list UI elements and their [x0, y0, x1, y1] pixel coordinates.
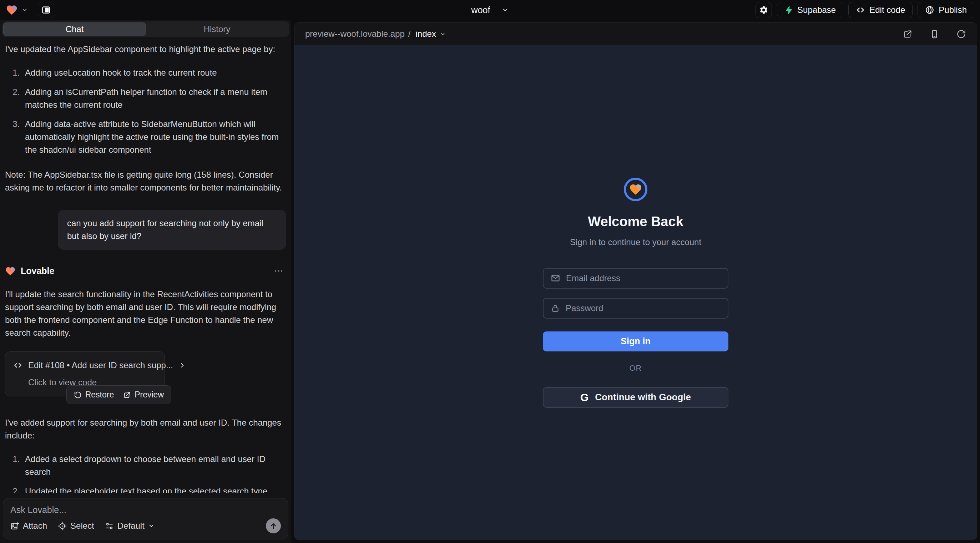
chevron-down-icon [21, 7, 28, 13]
lovable-avatar [5, 266, 16, 276]
attach-image-icon [10, 522, 19, 530]
preview-app-frame: Welcome Back Sign in to continue to your… [294, 45, 977, 540]
preview-label: Preview [135, 390, 164, 400]
send-button[interactable] [266, 518, 281, 533]
preview-url-text: preview--woof.lovable.app [305, 29, 405, 39]
publish-label: Publish [939, 5, 967, 15]
external-link-icon [123, 391, 131, 399]
app-logo [624, 178, 648, 201]
attach-label: Attach [23, 521, 47, 531]
chat-history-tabs: Chat History [2, 21, 289, 37]
chat-message-list: I've updated the AppSidebar component to… [0, 37, 291, 493]
assistant-summary-intro: I've added support for searching by both… [5, 416, 286, 442]
select-button[interactable]: Select [58, 521, 94, 531]
attach-button[interactable]: Attach [10, 521, 47, 531]
step-item: Adding data-active attribute to SidebarM… [22, 118, 286, 156]
supabase-icon [784, 6, 793, 14]
mobile-view-button[interactable] [930, 29, 939, 39]
message-menu-button[interactable]: ⋯ [274, 264, 286, 278]
preview-url-dropdown[interactable]: preview--woof.lovable.app / index [305, 29, 446, 39]
preview-button[interactable]: Preview [123, 390, 164, 400]
tab-chat[interactable]: Chat [3, 22, 146, 36]
password-field-wrap [543, 298, 729, 319]
chat-panel: Chat History I've updated the AppSidebar… [0, 20, 291, 543]
step-item: Adding an isCurrentPath helper function … [22, 86, 286, 111]
globe-icon [925, 5, 934, 14]
publish-button[interactable]: Publish [918, 2, 974, 18]
mail-icon [550, 273, 560, 283]
edit-code-button[interactable]: Edit code [848, 2, 913, 18]
chevron-down-icon [148, 523, 154, 529]
settings-button[interactable] [756, 2, 772, 18]
divider-line [650, 368, 729, 368]
preview-topbar: preview--woof.lovable.app / index [294, 22, 977, 45]
target-icon [58, 522, 67, 530]
gear-icon [759, 5, 768, 14]
code-icon [856, 5, 865, 14]
code-icon [13, 361, 22, 370]
user-message-bubble: can you add support for searching not on… [58, 210, 286, 250]
email-field-wrap [543, 268, 729, 289]
step-item: Updated the placeholder text based on th… [22, 485, 286, 493]
sign-in-form: Welcome Back Sign in to continue to your… [543, 178, 729, 408]
step-item: Added a select dropdown to choose betwee… [22, 453, 286, 478]
refresh-icon [956, 29, 966, 39]
chat-composer: Attach Select Default [3, 498, 288, 540]
lock-icon [550, 303, 560, 313]
project-name: woof [471, 5, 490, 15]
supabase-label: Supabase [797, 5, 836, 15]
sidebar-panel-icon [41, 5, 51, 14]
preview-panel: preview--woof.lovable.app / index [294, 22, 977, 540]
assistant-name: Lovable [21, 264, 54, 278]
tab-history[interactable]: History [146, 22, 288, 36]
chevron-right-icon [179, 362, 186, 369]
lovable-logo-menu[interactable] [6, 4, 28, 16]
chevron-down-icon [440, 31, 446, 37]
external-link-icon [903, 29, 913, 39]
divider-label: OR [630, 364, 642, 373]
sidebar-toggle-button[interactable] [38, 2, 54, 18]
step-item: Adding useLocation hook to track the cur… [22, 67, 286, 79]
mode-dropdown[interactable]: Default [105, 521, 154, 531]
restore-icon [74, 391, 82, 399]
assistant-summary-steps: Added a select dropdown to choose betwee… [5, 453, 286, 493]
restore-label: Restore [85, 390, 114, 400]
assistant-response-intro: I'll update the search functionality in … [5, 288, 286, 339]
preview-page-name: index [415, 29, 436, 39]
assistant-message-steps: Adding useLocation hook to track the cur… [5, 67, 286, 156]
app-topbar: woof Supabase Edit code Publish [0, 0, 980, 20]
select-label: Select [70, 521, 94, 531]
edit-card-title: Edit #108 • Add user ID search supp... [28, 359, 173, 372]
heart-icon [629, 183, 643, 196]
url-separator: / [408, 29, 411, 39]
sign-in-button[interactable]: Sign in [543, 332, 729, 351]
password-field[interactable] [566, 303, 721, 313]
continue-with-google-button[interactable]: G Continue with Google [543, 387, 729, 408]
edit-code-label: Edit code [869, 5, 905, 15]
sliders-icon [105, 522, 114, 530]
mode-label: Default [118, 521, 145, 531]
google-button-label: Continue with Google [595, 392, 691, 403]
or-divider: OR [543, 364, 729, 373]
assistant-message-note: Note: The AppSidebar.tsx file is getting… [5, 168, 286, 194]
restore-button[interactable]: Restore [74, 390, 114, 400]
mobile-phone-icon [930, 29, 939, 39]
lovable-heart-icon [6, 4, 18, 16]
page-title: Welcome Back [588, 214, 683, 229]
google-g-icon: G [580, 391, 589, 403]
page-subtitle: Sign in to continue to your account [570, 237, 701, 247]
supabase-button[interactable]: Supabase [777, 2, 843, 18]
project-chevron-down-icon[interactable] [501, 6, 509, 14]
chat-input[interactable] [10, 505, 281, 517]
assistant-message-intro: I've updated the AppSidebar component to… [5, 43, 286, 56]
open-in-new-tab-button[interactable] [903, 29, 913, 39]
version-actions-pill: Restore Preview [66, 385, 171, 404]
arrow-up-icon [269, 522, 278, 530]
email-field[interactable] [566, 273, 721, 283]
refresh-button[interactable] [956, 29, 966, 39]
divider-line [543, 368, 622, 368]
